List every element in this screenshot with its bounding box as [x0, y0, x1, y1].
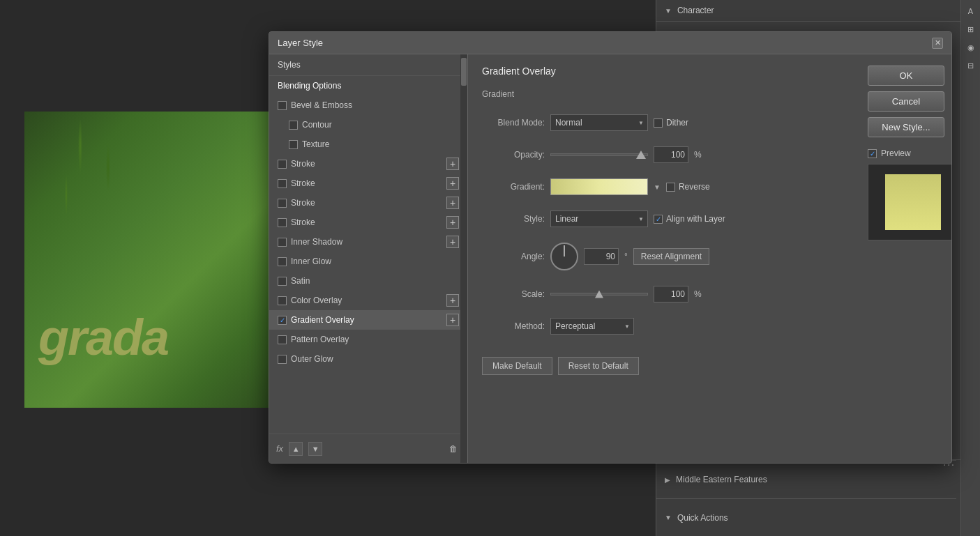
color-overlay-add-button[interactable]: +	[446, 294, 459, 307]
gradient-overlay-add-button[interactable]: +	[446, 314, 459, 326]
fx-label: fx	[276, 443, 283, 454]
panel-icon-3[interactable]: ◉	[963, 40, 979, 55]
bevel-emboss-label: Bevel & Emboss	[291, 100, 459, 110]
stroke3-checkbox[interactable]	[278, 199, 287, 208]
preview-checkbox[interactable]	[868, 149, 877, 158]
style-row: Style: Linear Radial Angle Align with La…	[482, 210, 847, 227]
align-layer-checkbox[interactable]	[654, 215, 663, 224]
opacity-slider[interactable]	[550, 146, 648, 163]
blending-options-label: Blending Options	[278, 81, 459, 91]
middle-eastern-chevron: ▶	[665, 476, 670, 484]
sidebar-item-inner-glow[interactable]: Inner Glow	[269, 252, 467, 271]
character-label: Character	[677, 6, 714, 15]
color-overlay-checkbox[interactable]	[278, 296, 287, 305]
sidebar-scrollbar-thumb[interactable]	[461, 58, 467, 86]
quick-actions-label: Quick Actions	[677, 513, 728, 523]
method-select[interactable]: Perceptual Saturation Classic	[550, 318, 634, 335]
stroke4-add-button[interactable]: +	[446, 216, 459, 229]
opacity-percent: %	[694, 150, 702, 160]
style-select[interactable]: Linear Radial Angle	[550, 210, 648, 227]
sidebar-item-gradient-overlay[interactable]: Gradient Overlay +	[269, 310, 467, 330]
sidebar-item-outer-glow[interactable]: Outer Glow	[269, 349, 467, 369]
style-select-wrapper: Linear Radial Angle	[550, 210, 648, 227]
inner-shadow-add-button[interactable]: +	[446, 236, 459, 248]
scale-slider[interactable]	[550, 286, 648, 303]
canvas-text: grada	[38, 309, 168, 366]
stroke2-checkbox[interactable]	[278, 179, 287, 188]
panel-icon-2[interactable]: ⊞	[963, 22, 979, 37]
reverse-checkbox-group: Reverse	[666, 182, 710, 192]
dialog-bottom-buttons: Make Default Reset to Default	[482, 357, 847, 375]
stroke3-add-button[interactable]: +	[446, 197, 459, 209]
sidebar-item-stroke-2[interactable]: Stroke +	[269, 174, 467, 193]
reverse-checkbox[interactable]	[666, 183, 675, 192]
sidebar-item-blending-options[interactable]: Blending Options	[269, 76, 467, 95]
sidebar-item-bevel-emboss[interactable]: Bevel & Emboss	[269, 95, 467, 115]
angle-input[interactable]	[584, 248, 619, 265]
satin-checkbox[interactable]	[278, 277, 287, 286]
preview-checkbox-row: Preview	[868, 148, 944, 158]
panel-icon-4[interactable]: ⊟	[963, 58, 979, 73]
sidebar-item-inner-shadow[interactable]: Inner Shadow +	[269, 232, 467, 252]
ok-button[interactable]: OK	[868, 66, 944, 86]
reset-alignment-button[interactable]: Reset Alignment	[633, 248, 709, 265]
opacity-input[interactable]	[654, 146, 688, 163]
inner-glow-checkbox[interactable]	[278, 257, 287, 266]
stroke2-label: Stroke	[291, 178, 442, 188]
character-section[interactable]: ▼ Character	[656, 0, 980, 22]
scale-thumb[interactable]	[595, 291, 603, 298]
dither-label: Dither	[666, 118, 688, 128]
stroke1-checkbox[interactable]	[278, 160, 287, 169]
inner-shadow-label: Inner Shadow	[291, 237, 442, 247]
outer-glow-checkbox[interactable]	[278, 355, 287, 364]
close-button[interactable]: ✕	[932, 38, 943, 49]
gradient-overlay-checkbox[interactable]	[278, 316, 287, 325]
sidebar-scrollbar[interactable]	[460, 54, 467, 463]
sidebar-item-texture[interactable]: Texture	[269, 135, 467, 154]
gradient-label: Gradient:	[482, 182, 545, 192]
reset-to-default-button[interactable]: Reset to Default	[558, 357, 639, 375]
sidebar-item-stroke-4[interactable]: Stroke +	[269, 213, 467, 232]
stroke2-add-button[interactable]: +	[446, 177, 459, 190]
bevel-emboss-checkbox[interactable]	[278, 101, 287, 110]
panel-icon-1[interactable]: A	[963, 3, 979, 19]
sidebar-item-color-overlay[interactable]: Color Overlay +	[269, 291, 467, 310]
align-layer-checkbox-group: Align with Layer	[654, 214, 725, 224]
blend-mode-select[interactable]: Normal Dissolve Multiply	[550, 114, 648, 131]
angle-row: Angle: ° Reset Alignment	[482, 243, 847, 270]
make-default-button[interactable]: Make Default	[482, 357, 552, 375]
new-style-button[interactable]: New Style...	[868, 117, 944, 137]
quick-actions-section[interactable]: ▼ Quick Actions	[656, 498, 956, 536]
sidebar-item-stroke-3[interactable]: Stroke +	[269, 193, 467, 213]
inner-shadow-checkbox[interactable]	[278, 238, 287, 247]
angle-wheel[interactable]	[550, 243, 578, 270]
texture-checkbox[interactable]	[289, 140, 298, 149]
sidebar-item-satin[interactable]: Satin	[269, 271, 467, 291]
scale-input[interactable]	[654, 286, 688, 303]
cancel-button[interactable]: Cancel	[868, 91, 944, 112]
pattern-overlay-label: Pattern Overlay	[291, 335, 459, 344]
delete-button[interactable]: 🗑	[446, 442, 460, 456]
bottom-panels: ▶ Middle Eastern Features ▼ Quick Action…	[656, 460, 956, 536]
opacity-row: Opacity: %	[482, 146, 847, 163]
right-panel-icons: A ⊞ ◉ ⊟	[960, 0, 980, 536]
middle-eastern-section[interactable]: ▶ Middle Eastern Features	[656, 460, 956, 498]
blend-mode-row: Blend Mode: Normal Dissolve Multiply Dit…	[482, 114, 847, 131]
sidebar-item-pattern-overlay[interactable]: Pattern Overlay	[269, 330, 467, 349]
stroke4-checkbox[interactable]	[278, 218, 287, 227]
stroke1-add-button[interactable]: +	[446, 158, 459, 170]
gradient-preview[interactable]	[550, 178, 648, 195]
move-up-button[interactable]: ▲	[289, 442, 303, 456]
align-layer-label: Align with Layer	[666, 214, 725, 224]
satin-label: Satin	[291, 276, 459, 286]
contour-checkbox[interactable]	[289, 121, 298, 130]
sidebar-item-contour[interactable]: Contour	[269, 115, 467, 135]
sidebar-item-stroke-1[interactable]: Stroke +	[269, 154, 467, 174]
move-down-button[interactable]: ▼	[308, 442, 322, 456]
dither-checkbox[interactable]	[654, 118, 663, 128]
preview-label: Preview	[881, 148, 911, 158]
pattern-overlay-checkbox[interactable]	[278, 335, 287, 344]
preview-thumbnail	[868, 164, 951, 240]
opacity-slider-thumb[interactable]	[636, 151, 646, 159]
gradient-dropdown-arrow[interactable]: ▼	[654, 183, 661, 191]
